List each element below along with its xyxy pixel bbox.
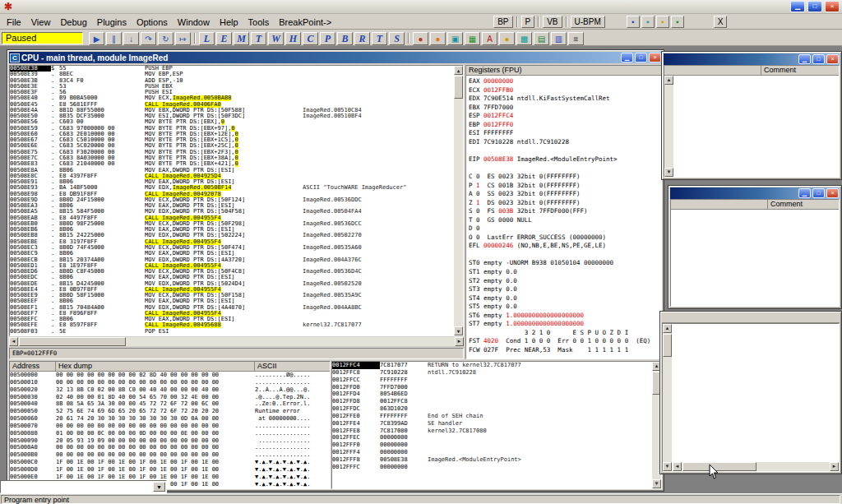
stack-row[interactable]: 0012FFE87C817080kernel32.7C817080 <box>332 428 652 435</box>
stack-row[interactable]: 0012FFD07FFD7000 <box>332 384 652 391</box>
side-window-3[interactable]: ▲ ▼ ◄ ► <box>659 311 842 474</box>
side-window-2-close-button[interactable]: × <box>826 188 839 198</box>
menu-plugin-icon-4[interactable]: ▪ <box>671 16 684 28</box>
disasm-row[interactable]: 00508ECB.8B15 20374A00MOV EDX,DWORD PTR … <box>10 257 454 263</box>
scroll-up-icon[interactable]: ▲ <box>454 66 463 75</box>
disasm-row[interactable]: 00508F03.5EPOP ESI <box>10 329 454 335</box>
side-window-2-titlebar[interactable]: ▁ □ × <box>670 187 840 199</box>
stack-row[interactable]: 0012FFEC00000000 <box>332 434 652 442</box>
disasm-row[interactable]: 00508E56.C603 00MOV BYTE PTR DS:[EBX],0 <box>10 119 454 125</box>
register-line[interactable]: ST0 empty -UNORM B938 01050104 00000000 <box>469 259 659 268</box>
disasm-row[interactable]: 00508EA5.8B15 584F5000MOV EDX,DWORD PTR … <box>10 209 454 215</box>
stack-row[interactable]: 0012FFF400000000 <box>332 449 652 456</box>
disasm-row[interactable]: 00508EB0.8B0D 98F25000MOV ECX,DWORD PTR … <box>10 221 454 227</box>
disasm-row[interactable]: 00508EDE.8B15 D4245000MOV EDX,DWORD PTR … <box>10 281 454 287</box>
dump-row[interactable]: 0050007000 00 00 00 00 00 00 00 00 00 00… <box>10 423 330 430</box>
scroll-down-icon[interactable]: ▼ <box>663 462 672 471</box>
disasm-row[interactable]: 00508EC3.8B0D 74F45000MOV ECX,DWORD PTR … <box>10 245 454 251</box>
disasm-row[interactable]: 00508E8C.E8 4397F8FFCALL ImageRed.004925… <box>10 173 454 179</box>
log-window-button[interactable]: L <box>199 32 215 45</box>
stack-row[interactable]: 0012FFF000000000 <box>332 442 652 449</box>
side-window-3-content[interactable] <box>673 334 839 461</box>
register-line[interactable]: D 0 <box>469 224 659 234</box>
register-line[interactable]: FST 4020 Cond 1 0 0 0 Err 0 0 1 0 0 0 0 … <box>469 337 659 346</box>
disasm-row[interactable]: 00508E6E.C683 5C020000 00MOV BYTE PTR DS… <box>10 143 454 149</box>
side-window-3-titlebar[interactable] <box>662 313 840 323</box>
pause-button[interactable]: ∥ <box>106 32 122 45</box>
register-line[interactable]: EBX 7FFD7000 <box>469 104 659 113</box>
disasm-row[interactable]: 00508EEF.8B06MOV EAX,DWORD PTR DS:[ESI] <box>10 298 454 304</box>
register-line[interactable]: ST6 empty 1.0000000000000000000 <box>469 312 659 321</box>
disasm-row[interactable]: 00508EF1.8B15 70484A00MOV EDX,DWORD PTR … <box>10 305 454 311</box>
maximize-button[interactable]: □ <box>807 1 822 12</box>
disasm-row[interactable]: 00508ED6.8B0D C8F45000MOV ECX,DWORD PTR … <box>10 269 454 275</box>
side-window-3-body[interactable]: ▲ ▼ ◄ ► <box>662 323 840 472</box>
executables-window-button[interactable]: E <box>216 32 232 45</box>
register-line[interactable]: A 0 SS 0023 32bit 0(FFFFFFFF) <box>469 190 659 199</box>
register-line[interactable]: ST2 empty 0.0 <box>469 277 659 286</box>
stack-row[interactable]: 0012FFFC00000000 <box>332 464 652 471</box>
disasm-row[interactable]: 00508E3F.56PUSH ESI <box>10 90 454 95</box>
disasm-row[interactable]: 00508E39.8BECMOV EBP,ESP <box>10 72 454 77</box>
scroll-up-icon[interactable]: ▲ <box>664 76 673 85</box>
dump-row[interactable]: 0050008001 00 00 00 0C 00 00 00 0D 00 00… <box>10 430 330 437</box>
registers-pane[interactable]: Registers (FPU) EAX 00000000ECX 0012FFB0… <box>465 65 662 359</box>
menu-plugins[interactable]: Plugins <box>92 16 132 28</box>
stack-row[interactable]: 0012FFE0FFFFFFFFEnd of SEH chain <box>332 413 652 420</box>
scroll-right-icon[interactable]: ► <box>830 462 839 471</box>
dump-row[interactable]: 0050009020 05 93 19 09 00 00 00 00 00 00… <box>10 437 330 445</box>
side-window-1-vscrollbar[interactable]: ▲ ▼ <box>664 76 673 177</box>
register-line[interactable]: S 0 FS 003B 32bit 7FFDF000(FFF) <box>469 207 659 216</box>
disasm-row[interactable]: 00508E40.B9 B0BA5000MOV ECX,ImageRed.005… <box>10 95 454 101</box>
register-line[interactable] <box>469 164 659 173</box>
vb-plugin-button[interactable]: VB <box>543 16 562 28</box>
plugin-green-icon[interactable]: ▦ <box>465 32 480 45</box>
side-window-1-close-button[interactable]: × <box>826 54 839 64</box>
menu-window[interactable]: Window <box>173 16 215 28</box>
column-comment[interactable]: Comment <box>768 200 839 209</box>
breakpoint-red-icon[interactable]: ● <box>413 32 428 45</box>
scroll-down-icon[interactable]: ▼ <box>454 326 463 335</box>
disasm-row[interactable]: 00508E50.8B35 DCF35000MOV ESI,DWORD PTR … <box>10 113 454 119</box>
disasm-row[interactable]: 00508E59.C683 97000000 00MOV BYTE PTR DS… <box>10 126 454 132</box>
menu-tools[interactable]: Tools <box>243 16 275 28</box>
main-titlebar[interactable]: ✱ ▁ □ × <box>0 0 842 14</box>
disasm-row[interactable]: 00508E45.E8 5681EFFFCALL ImageRed.00406F… <box>10 102 454 108</box>
plugin-grid-icon[interactable]: ▤ <box>534 32 549 45</box>
disasm-row[interactable]: 00508EAB.E8 4497F8FFCALL ImageRed.004955… <box>10 215 454 221</box>
dump-row[interactable]: 005000B000 00 00 00 00 00 00 00 00 00 00… <box>10 451 330 459</box>
register-line[interactable]: ESP 0012FFC4 <box>469 112 659 121</box>
dump-row[interactable]: 005000A000 00 00 00 00 00 00 00 00 00 00… <box>10 444 330 451</box>
scroll-down-icon[interactable]: ▼ <box>664 168 673 177</box>
disassembly-pane[interactable]: 00508E38$55PUSH EBP00508E39.8BECMOV EBP,… <box>9 65 464 336</box>
disasm-row[interactable]: 00508E7C.C683 8A030000 00MOV BYTE PTR DS… <box>10 155 454 161</box>
register-line[interactable] <box>469 251 659 260</box>
minimize-button[interactable]: ▁ <box>790 1 805 12</box>
disasm-row[interactable]: 00508E4A.8B1D 88F55000MOV EBX,DWORD PTR … <box>10 108 454 113</box>
side-window-1-titlebar[interactable]: ▁ □ × <box>664 53 840 65</box>
menu-plugin-icon-3[interactable]: ▪ <box>656 16 669 28</box>
plugin-lines-icon[interactable]: ≡ <box>568 32 584 45</box>
scroll-thumb[interactable] <box>454 76 463 99</box>
register-line[interactable]: EFL 00000246 (NO,NB,E,BE,NS,PE,GE,LE) <box>469 242 659 251</box>
dump-row[interactable]: 005000D01F 00 1E 00 1F 00 1E 00 1F 00 1E… <box>10 466 330 474</box>
disasm-row[interactable]: 00508E3B.83C4 F0ADD ESP,-10 <box>10 78 454 84</box>
disasm-row[interactable]: 00508E67.C683 C5010000 00MOV BYTE PTR DS… <box>10 137 454 143</box>
close-button[interactable]: × <box>825 1 840 12</box>
column-blank[interactable] <box>671 200 768 209</box>
menu-debug[interactable]: Debug <box>55 16 91 28</box>
disasm-row[interactable]: 00508E8A.8B06MOV EAX,DWORD PTR DS:[ESI] <box>10 168 454 173</box>
side-window-3-hscrollbar[interactable]: ◄ ► <box>673 462 839 471</box>
register-line[interactable]: ECX 0012FFB0 <box>469 86 659 95</box>
dump-row[interactable]: 0050006020 61 74 20 30 30 30 30 30 30 30… <box>10 415 330 423</box>
scroll-thumb[interactable] <box>19 337 126 346</box>
side-window-2-minimize-button[interactable]: ▁ <box>798 188 811 198</box>
register-line[interactable]: ST3 empty 0.0 <box>469 285 659 294</box>
side-window-2-body[interactable]: Comment <box>670 199 840 307</box>
run-to-return-button[interactable]: ↦ <box>175 32 191 45</box>
disasm-row[interactable]: 00508E9D.8B0D 24F15000MOV ECX,DWORD PTR … <box>10 197 454 203</box>
cpu-maximize-button[interactable]: □ <box>635 53 647 62</box>
disasm-row[interactable]: 00508EF7.E8 F896F8FFCALL ImageRed.004955… <box>10 311 454 317</box>
disasm-row[interactable]: 00508E3E.53PUSH EBX <box>10 84 454 90</box>
register-line[interactable]: EDX 7C90E514 ntdll.KiFastSystemCallRet <box>469 95 659 104</box>
